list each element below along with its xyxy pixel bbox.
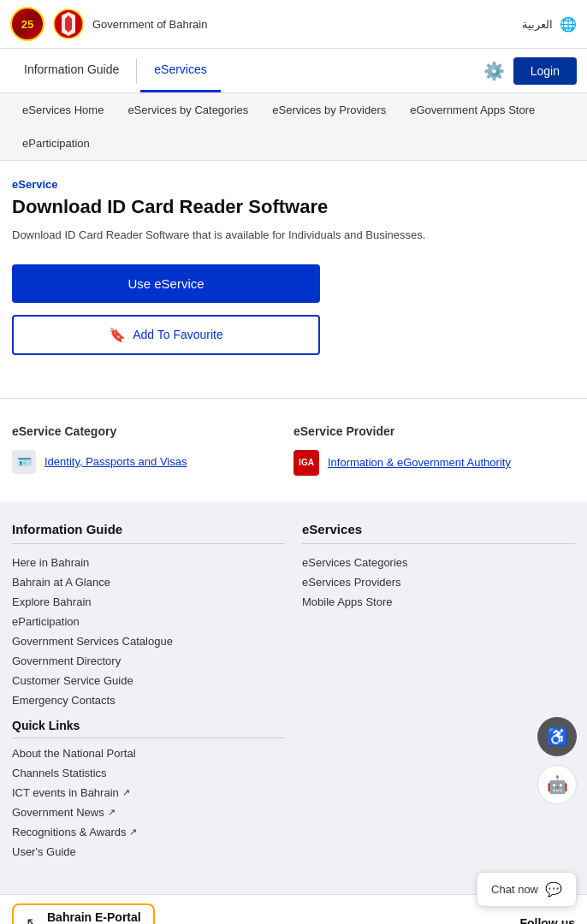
header: 25 Government of Bahrain العربية 🌐 xyxy=(0,0,587,49)
category-icon: 🪪 xyxy=(12,450,36,474)
eservice-label: eService xyxy=(12,178,575,191)
provider-title: eService Provider xyxy=(294,424,575,438)
category-link[interactable]: Identity, Passports and Visas xyxy=(44,455,187,468)
header-right: العربية 🌐 xyxy=(522,16,577,33)
bookmark-icon: 🔖 xyxy=(109,327,126,343)
follow-us-label: Follow us xyxy=(519,916,575,925)
sub-nav-row2: eParticipation xyxy=(10,127,577,160)
quick-links-title: Quick Links xyxy=(12,719,285,738)
login-button[interactable]: Login xyxy=(513,57,577,85)
footer-link-gov-services[interactable]: Government Services Catalogue xyxy=(12,635,285,648)
chat-now-label: Chat now xyxy=(491,883,538,896)
footer-col-eservices: eServices eServices Categories eServices… xyxy=(302,522,575,865)
nav-divider xyxy=(136,58,137,84)
footer-link-eparticipation[interactable]: eParticipation xyxy=(12,615,285,628)
footer-link-mobile-apps[interactable]: Mobile Apps Store xyxy=(302,595,575,608)
chatbot-button[interactable]: 🤖 xyxy=(537,765,577,804)
nav-info-guide[interactable]: Information Guide xyxy=(10,49,133,92)
use-eservice-button[interactable]: Use eService xyxy=(12,264,320,303)
provider-link[interactable]: Information & eGovernment Authority xyxy=(328,456,511,469)
portal-cursor-icon: ↖ xyxy=(26,914,39,925)
footer-link-gov-directory[interactable]: Government Directory xyxy=(12,654,285,667)
main-content: eService Download ID Card Reader Softwar… xyxy=(0,161,587,372)
provider-icon: IGA xyxy=(294,450,319,476)
bahrain-emblem xyxy=(53,9,84,39)
gov-name: Government of Bahrain xyxy=(92,18,207,31)
add-to-favourite-button[interactable]: 🔖 Add To Favourite xyxy=(12,315,320,355)
footer-link-customer-service[interactable]: Customer Service Guide xyxy=(12,674,285,687)
settings-icon[interactable]: ⚙️ xyxy=(483,61,505,81)
footer-col2-title: eServices xyxy=(302,522,575,544)
category-block: eService Category 🪪 Identity, Passports … xyxy=(12,424,294,476)
footer-link-explore[interactable]: Explore Bahrain xyxy=(12,595,285,608)
footer-link-bahrain-glance[interactable]: Bahrain at A Glance xyxy=(12,576,285,589)
sub-nav-by-categories[interactable]: eServices by Categories xyxy=(116,93,260,127)
chat-icon: 💬 xyxy=(545,881,562,897)
footer-col1-title: Information Guide xyxy=(12,522,285,544)
external-link-icon: ↗ xyxy=(122,787,130,798)
footer-link-about-portal[interactable]: About the National Portal xyxy=(12,747,285,760)
floating-actions: ♿ 🤖 xyxy=(537,717,577,804)
section-divider xyxy=(0,398,587,399)
footer-link-here-bahrain[interactable]: Here in Bahrain xyxy=(12,556,285,569)
footer-link-users-guide[interactable]: User's Guide xyxy=(12,845,285,858)
footer-col-info: Information Guide Here in Bahrain Bahrai… xyxy=(12,522,285,865)
provider-block: eService Provider IGA Information & eGov… xyxy=(294,424,575,476)
portal-name: Bahrain E-Portal xyxy=(47,910,141,924)
portal-text: Bahrain E-Portal bahraineportal.com xyxy=(47,910,141,925)
footer-link-emergency[interactable]: Emergency Contacts xyxy=(12,694,285,707)
page-title: Download ID Card Reader Software xyxy=(12,196,575,218)
nav-right-actions: ⚙️ Login xyxy=(483,57,577,85)
footer-link-eservices-cats[interactable]: eServices Categories xyxy=(302,556,575,569)
sub-nav: eServices Home eServices by Categories e… xyxy=(0,93,587,161)
external-link-icon2: ↗ xyxy=(108,807,116,818)
external-link-icon3: ↗ xyxy=(129,826,137,838)
footer-link-channels-stats[interactable]: Channels Statistics xyxy=(12,767,285,779)
footer-grid: Information Guide Here in Bahrain Bahrai… xyxy=(12,522,575,865)
provider-item: IGA Information & eGovernment Authority xyxy=(294,450,575,476)
sub-nav-eservices-home[interactable]: eServices Home xyxy=(10,93,116,127)
globe-icon[interactable]: 🌐 xyxy=(560,16,577,33)
footer-link-gov-news[interactable]: Government News ↗ xyxy=(12,806,285,819)
main-nav: Information Guide eServices ⚙️ Login xyxy=(0,49,587,93)
footer: Information Guide Here in Bahrain Bahrai… xyxy=(0,501,587,894)
header-left: 25 Government of Bahrain xyxy=(10,7,207,41)
sub-nav-by-providers[interactable]: eServices by Providers xyxy=(260,93,398,127)
footer-link-recognitions[interactable]: Recognitions & Awards ↗ xyxy=(12,826,285,838)
category-item: 🪪 Identity, Passports and Visas xyxy=(12,450,294,474)
sub-nav-row: eServices Home eServices by Categories e… xyxy=(10,93,577,127)
accessibility-button[interactable]: ♿ xyxy=(537,717,577,756)
category-section: eService Category 🪪 Identity, Passports … xyxy=(0,424,587,493)
page-description: Download ID Card Reader Software that is… xyxy=(12,227,575,244)
chat-now-bar[interactable]: Chat now 💬 xyxy=(477,872,577,907)
anniversary-badge: 25 xyxy=(10,7,44,41)
sub-nav-apps-store[interactable]: eGovernment Apps Store xyxy=(398,93,547,127)
footer-link-eservices-providers[interactable]: eServices Providers xyxy=(302,576,575,589)
lang-label[interactable]: العربية xyxy=(522,18,553,31)
category-title: eService Category xyxy=(12,424,294,438)
sub-nav-eparticipation[interactable]: eParticipation xyxy=(10,127,102,160)
nav-eservices[interactable]: eServices xyxy=(140,49,220,92)
portal-branding[interactable]: ↖ Bahrain E-Portal bahraineportal.com xyxy=(12,903,155,925)
footer-link-ict[interactable]: ICT events in Bahrain ↗ xyxy=(12,786,285,799)
